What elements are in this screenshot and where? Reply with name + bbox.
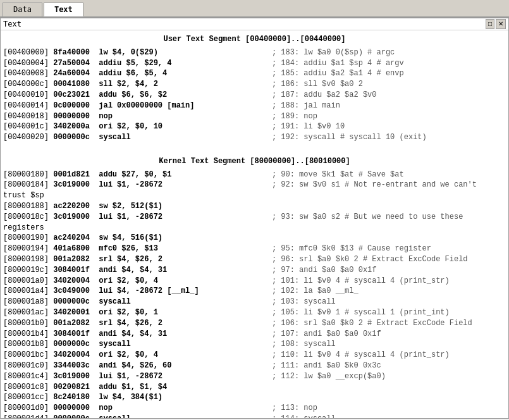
instr: addiu $6, $5, 4 [99, 69, 272, 78]
addr: [800001a8] [3, 297, 49, 306]
addr: [800001b8] [3, 340, 49, 349]
comment: ; 102: la $a0 __ml_ [272, 287, 359, 295]
instr: lui $1, -28672 [99, 372, 272, 381]
section-header-0: User Text Segment [00400000]..[00440000] [3, 34, 506, 45]
tab-data[interactable]: Data [3, 3, 42, 16]
instr: andi $4, $26, 60 [99, 361, 272, 370]
code-line: [00400018] 00000000 nop ; 189: nop [3, 111, 506, 122]
instr: addiu $5, $29, 4 [99, 59, 272, 68]
instr: syscall [99, 297, 272, 306]
addr: [800001b4] [3, 330, 49, 338]
addr: [800001a0] [3, 276, 49, 285]
tab-bar: Data Text [0, 0, 509, 18]
hex: 00200821 [53, 383, 90, 392]
addr: [00400018] [3, 112, 49, 121]
instr: addu $27, $0, $1 [99, 170, 272, 179]
comment: ; 191: li $v0 10 [272, 122, 345, 131]
hex: 27a50004 [53, 59, 90, 68]
hex: 8c240180 [53, 393, 90, 402]
addr: [80000188] [3, 202, 49, 211]
tab-text[interactable]: Text [44, 3, 83, 16]
comment: ; 107: andi $a0 $a0 0x1f [272, 330, 381, 338]
code-line: [800001d4] 0000000c syscall ; 114: sysca… [3, 414, 506, 418]
hex: 00000000 [53, 112, 90, 121]
code-line: [800001cc] 8c240180 lw $4, 384($1) [3, 392, 506, 403]
addr: [80000184] [3, 180, 49, 189]
comment: ; 184: addiu $a1 $sp 4 # argv [272, 59, 404, 68]
code-line: [80000188] ac220200 sw $2, 512($1) [3, 201, 506, 212]
code-line: [80000198] 001a2082 srl $4, $26, 2 ; 96:… [3, 254, 506, 265]
comment: ; 187: addu $a2 $a2 $v0 [272, 90, 377, 99]
addr: [0040000c] [3, 80, 49, 89]
addr: [80000190] [3, 233, 49, 242]
panel-restore-button[interactable]: □ [486, 19, 494, 29]
comment: ; 97: andi $a0 $a0 0x1f [272, 266, 377, 275]
comment: ; 111: andi $a0 $k0 0x3c [272, 361, 381, 370]
comment: ; 108: syscall [272, 340, 336, 349]
instr: lui $1, -28672 [99, 213, 272, 221]
comment: ; 93: sw $a0 s2 # But we need to use the… [272, 213, 463, 221]
content-area[interactable]: User Text Segment [00400000]..[00440000]… [1, 30, 508, 418]
code-line: [8000018c] 3c019000 lui $1, -28672 ; 93:… [3, 212, 506, 223]
addr: [00400000] [3, 48, 49, 57]
addr: [800001ac] [3, 308, 49, 317]
wrap-line: registers [3, 223, 506, 233]
addr: [80000180] [3, 170, 49, 179]
instr: sw $4, 516($1) [99, 233, 272, 242]
hex: 3c049000 [53, 287, 90, 295]
code-line: [800001a8] 0000000c syscall ; 103: sysca… [3, 297, 506, 307]
hex: 001a2082 [53, 255, 90, 264]
addr: [800001c8] [3, 383, 49, 392]
panel: Text □ ✕ User Text Segment [00400000]..[… [0, 18, 509, 419]
hex: 0000000c [53, 414, 90, 418]
panel-title: Text [3, 20, 21, 28]
comment: ; 186: sll $v0 $a0 2 [272, 80, 363, 89]
hex: 0000000c [53, 340, 90, 349]
comment: ; 103: syscall [272, 297, 336, 306]
comment: ; 96: srl $a0 $k0 2 # Extract ExcCode Fi… [272, 255, 468, 264]
hex: 34020001 [53, 308, 90, 317]
hex: 401a6800 [53, 244, 90, 253]
instr: addu $6, $6, $2 [99, 90, 272, 99]
hex: 3c019000 [53, 180, 90, 189]
code-line: [00400000] 8fa40000 lw $4, 0($29) ; 183:… [3, 47, 506, 58]
addr: [800001cc] [3, 393, 49, 402]
panel-close-button[interactable]: ✕ [496, 19, 506, 29]
instr: sll $2, $4, 2 [99, 80, 272, 89]
hex: 3c019000 [53, 213, 90, 221]
hex: 34020004 [53, 350, 90, 359]
code-line: [800001b0] 001a2082 srl $4, $26, 2 ; 106… [3, 318, 506, 329]
addr: [800001bc] [3, 350, 49, 359]
addr: [0040001c] [3, 122, 49, 131]
code-line: [800001c8] 00200821 addu $1, $1, $4 [3, 382, 506, 393]
hex: ac240204 [53, 233, 90, 242]
instr: lui $4, -28672 [__ml_] [99, 287, 272, 295]
addr: [800001d4] [3, 414, 49, 418]
code-line: [00400014] 0c000000 jal 0x00000000 [main… [3, 101, 506, 111]
hex: ac220200 [53, 202, 90, 211]
code-line: [0040001c] 3402000a ori $2, $0, 10 ; 191… [3, 121, 506, 132]
instr: andi $4, $4, 31 [99, 330, 272, 338]
instr: nop [99, 404, 272, 412]
instr: andi $4, $4, 31 [99, 266, 272, 275]
code-line: [00400008] 24a60004 addiu $6, $5, 4 ; 18… [3, 68, 506, 79]
instr: nop [99, 112, 272, 121]
instr: jal 0x00000000 [main] [99, 101, 272, 110]
addr: [00400008] [3, 69, 49, 78]
comment: ; 92: sw $v0 s1 # Not re-entrant and we … [272, 180, 477, 189]
comment: ; 185: addiu $a2 $a1 4 # envp [272, 69, 404, 78]
comment: ; 192: syscall # syscall 10 (exit) [272, 133, 427, 142]
hex: 8fa40000 [53, 48, 90, 57]
addr: [80000194] [3, 244, 49, 253]
hex: 3344003c [53, 361, 90, 370]
code-line: [800001ac] 34020001 ori $2, $0, 1 ; 105:… [3, 307, 506, 318]
code-line: [80000190] ac240204 sw $4, 516($1) [3, 233, 506, 244]
code-line: [800001d0] 00000000 nop ; 113: nop [3, 403, 506, 414]
hex: 00000000 [53, 404, 90, 412]
panel-header: Text □ ✕ [1, 18, 508, 30]
code-line: [0040000c] 00041080 sll $2, $4, 2 ; 186:… [3, 79, 506, 90]
hex: 0000000c [53, 133, 90, 142]
comment: ; 110: li $v0 4 # syscall 4 (print_str) [272, 350, 450, 359]
panel-controls: □ ✕ [486, 19, 506, 29]
hex: 00c23021 [53, 90, 90, 99]
